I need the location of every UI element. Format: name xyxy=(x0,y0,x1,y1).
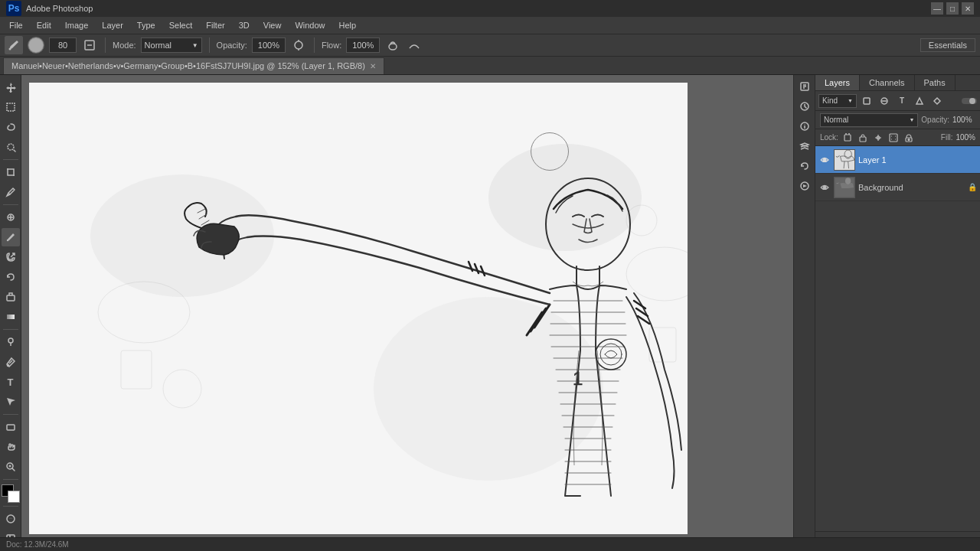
background-visibility-icon[interactable] xyxy=(818,181,831,194)
right-panel: Layers Channels Paths Kind ▼ xyxy=(815,75,980,551)
quick-select-tool[interactable] xyxy=(2,138,20,156)
crop-tool[interactable] xyxy=(2,163,20,181)
tab-paths[interactable]: Paths xyxy=(915,75,956,90)
minimize-button[interactable]: — xyxy=(931,2,943,15)
lock-image-btn[interactable] xyxy=(857,132,869,144)
lock-all-btn[interactable] xyxy=(903,132,915,144)
lock-position-btn[interactable] xyxy=(872,132,884,144)
tab-channels[interactable]: Channels xyxy=(860,75,914,90)
svg-point-52 xyxy=(823,186,826,189)
adjustments-icon[interactable] xyxy=(796,98,813,115)
opacity-value[interactable]: 100% xyxy=(952,116,975,124)
kind-dropdown[interactable]: Kind ▼ xyxy=(818,94,857,108)
quick-mask-tool[interactable] xyxy=(2,510,20,528)
text-tool[interactable]: T xyxy=(2,373,20,391)
menu-image[interactable]: Image xyxy=(59,19,95,31)
brush-size-input[interactable]: 80 xyxy=(49,37,77,53)
smart-filter-icon[interactable] xyxy=(929,93,945,109)
menu-window[interactable]: Window xyxy=(289,19,331,31)
brush-tool-icon[interactable] xyxy=(5,36,23,54)
lock-transparency-btn[interactable] xyxy=(841,132,854,144)
filter-toggle[interactable] xyxy=(962,93,977,109)
svg-rect-15 xyxy=(7,425,15,430)
left-toolbar: T xyxy=(0,75,21,551)
eraser-tool[interactable] xyxy=(2,288,20,306)
move-tool[interactable] xyxy=(2,78,20,96)
background-color[interactable] xyxy=(8,491,20,503)
actions-icon[interactable] xyxy=(796,178,813,194)
svg-rect-12 xyxy=(7,315,15,319)
svg-text:1: 1 xyxy=(573,368,583,389)
menu-type[interactable]: Type xyxy=(131,19,162,31)
brush-mode-icon1[interactable] xyxy=(81,37,98,54)
tablet-pressure-icon[interactable] xyxy=(384,37,401,54)
zoom-tool[interactable] xyxy=(2,458,20,476)
pen-tool[interactable] xyxy=(2,353,20,371)
pixel-filter-icon[interactable] xyxy=(859,93,874,109)
layers-list: Layer 1 xyxy=(815,146,980,531)
shape-filter-icon[interactable] xyxy=(912,93,927,109)
hand-tool[interactable] xyxy=(2,438,20,456)
eyedropper-tool[interactable] xyxy=(2,183,20,201)
menu-3d[interactable]: 3D xyxy=(233,19,256,31)
canvas: 1 xyxy=(29,83,688,534)
ps-logo: Ps xyxy=(6,1,21,16)
svg-point-6 xyxy=(389,44,397,50)
path-selection-tool[interactable] xyxy=(2,393,20,411)
background-name: Background xyxy=(858,183,965,192)
shape-tool[interactable] xyxy=(2,418,20,436)
menu-select[interactable]: Select xyxy=(163,19,199,31)
smoothing-icon[interactable] xyxy=(406,37,423,54)
adjustment-filter-icon[interactable] xyxy=(877,93,892,109)
brush-tool[interactable] xyxy=(2,228,20,246)
marquee-tool[interactable] xyxy=(2,98,20,116)
menu-layer[interactable]: Layer xyxy=(96,19,129,31)
blend-opacity-row: Normal ▼ Opacity: 100% xyxy=(815,111,980,129)
fill-value[interactable]: 100% xyxy=(956,133,975,142)
dodge-tool[interactable] xyxy=(2,333,20,351)
close-button[interactable]: ✕ xyxy=(962,2,974,15)
layer-item-background[interactable]: Background 🔒 xyxy=(815,174,980,201)
menu-filter[interactable]: Filter xyxy=(200,19,230,31)
brush-preview[interactable] xyxy=(28,37,44,54)
healing-brush-tool[interactable] xyxy=(2,208,20,227)
info-icon[interactable] xyxy=(796,118,813,135)
flow-input[interactable]: 100% xyxy=(346,37,380,53)
svg-point-8 xyxy=(8,144,14,150)
menu-help[interactable]: Help xyxy=(333,19,363,31)
properties-icon[interactable] xyxy=(796,78,813,95)
history-brush-tool[interactable] xyxy=(2,268,20,286)
layers-icon[interactable] xyxy=(796,138,813,155)
history-icon[interactable] xyxy=(796,158,813,174)
maximize-button[interactable]: □ xyxy=(946,2,959,15)
sketch-svg: 1 xyxy=(29,83,688,534)
color-swatches[interactable] xyxy=(2,484,20,503)
svg-point-48 xyxy=(908,139,910,140)
canvas-area[interactable]: 1 xyxy=(21,75,793,551)
menu-edit[interactable]: Edit xyxy=(31,19,57,31)
tab-layers[interactable]: Layers xyxy=(815,75,860,90)
lock-artboard-btn[interactable] xyxy=(887,132,900,144)
layer1-visibility-icon[interactable] xyxy=(818,154,831,166)
gradient-tool[interactable] xyxy=(2,308,20,326)
blend-mode-dropdown[interactable]: Normal ▼ xyxy=(820,113,918,127)
airbrush-icon[interactable] xyxy=(290,37,307,54)
type-filter-icon[interactable]: T xyxy=(894,93,910,109)
menu-view[interactable]: View xyxy=(257,19,288,31)
clone-stamp-tool[interactable] xyxy=(2,248,20,266)
svg-point-10 xyxy=(6,240,8,241)
mode-dropdown[interactable]: Normal ▼ xyxy=(141,37,202,53)
svg-rect-11 xyxy=(7,295,15,301)
opacity-input[interactable]: 100% xyxy=(252,37,286,53)
layer-item-layer1[interactable]: Layer 1 xyxy=(815,146,980,174)
document-tab[interactable]: Manuel•Neuer•Netherlands•v•Germany•Group… xyxy=(3,57,384,74)
lasso-tool[interactable] xyxy=(2,118,20,136)
layers-filter-toolbar: Kind ▼ T xyxy=(815,91,980,111)
svg-point-13 xyxy=(8,338,13,343)
fill-label: Fill: xyxy=(941,133,953,142)
flow-label: Flow: xyxy=(322,41,341,50)
essentials-button[interactable]: Essentials xyxy=(920,38,975,52)
doc-tab-close-icon[interactable]: ✕ xyxy=(370,62,376,70)
layers-tabs: Layers Channels Paths xyxy=(815,75,980,91)
menu-file[interactable]: File xyxy=(3,19,29,31)
